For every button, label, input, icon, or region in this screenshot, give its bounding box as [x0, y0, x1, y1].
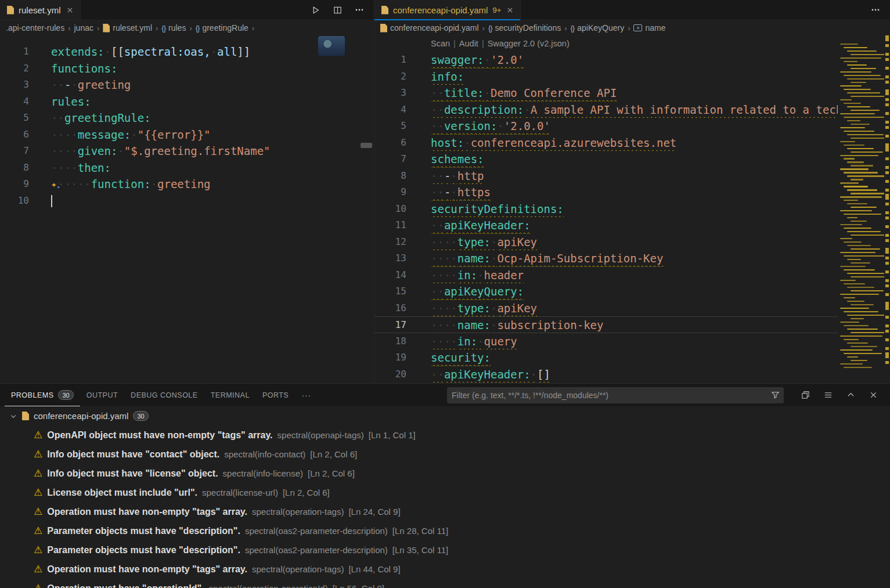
problem-location: [Ln 2, Col 6]: [310, 449, 357, 459]
breadcrumb-item[interactable]: {}rules: [161, 23, 186, 33]
code-line-10[interactable]: 10: [0, 193, 374, 210]
panel-tab-ports[interactable]: PORTS: [256, 384, 295, 406]
tab-conferenceapi-opid-yaml[interactable]: conferenceapi-opid.yaml 9+: [374, 0, 521, 20]
problem-row[interactable]: ⚠Operation must have non-empty "tags" ar…: [0, 560, 890, 579]
code-line-6[interactable]: 6host:·conferenceapi.azurewebsites.net: [374, 135, 838, 151]
breadcrumb-item[interactable]: junac: [74, 23, 93, 33]
run-button[interactable]: [309, 3, 322, 16]
problems-filter[interactable]: [447, 387, 784, 403]
problem-message: Operation must have non-empty "tags" arr…: [47, 564, 247, 575]
codelens-link[interactable]: Audit: [459, 39, 478, 48]
problem-row[interactable]: ⚠Operation must have "operationId".spect…: [0, 579, 890, 588]
code-text: ····message:·"{{error}}": [29, 127, 374, 143]
code-line-11[interactable]: 11··apiKeyHeader:: [374, 217, 838, 234]
open-in-editor-icon[interactable]: [799, 389, 812, 402]
line-number: 8: [374, 168, 406, 185]
view-as-table-icon[interactable]: [821, 389, 834, 402]
problem-row[interactable]: ⚠Info object must have "contact" object.…: [0, 445, 890, 464]
code-line-16[interactable]: 16····type:·apiKey: [374, 300, 838, 317]
close-tab-icon[interactable]: [507, 7, 513, 13]
code-line-5[interactable]: 5··greetingRule:: [0, 110, 374, 127]
code-line-13[interactable]: 13····name:·Ocp-Apim-Subscription-Key: [374, 250, 838, 267]
problem-row[interactable]: ⚠Parameter objects must have "descriptio…: [0, 540, 890, 560]
problem-message: OpenAPI object must have non-empty "tags…: [47, 430, 272, 441]
code-line-10[interactable]: 10securityDefinitions:: [374, 201, 838, 218]
code-line-9[interactable]: 9······function:·greeting✦✦: [0, 176, 374, 193]
code-line-12[interactable]: 12····type:·apiKey: [374, 234, 838, 251]
problem-row[interactable]: ⚠License object must include "url".spect…: [0, 483, 890, 502]
code-editor-conferenceapi[interactable]: Scan|Audit|Swagger 2.0 (v2.json) 1swagge…: [374, 35, 838, 383]
problem-message: Info object must have "contact" object.: [47, 449, 219, 460]
code-editor-ruleset[interactable]: 1extends:·[[spectral:oas,·all]]2function…: [0, 35, 374, 383]
tab-label: conferenceapi-opid.yaml: [393, 5, 488, 15]
breadcrumb-left: .api-center-rules›junac›ruleset.yml›{}ru…: [0, 20, 374, 35]
problems-file-group[interactable]: conferenceapi-opid.yaml 30: [0, 406, 890, 425]
code-line-8[interactable]: 8··-·http: [374, 168, 838, 185]
maximize-panel-icon[interactable]: [844, 389, 857, 402]
more-actions-icon[interactable]: [869, 3, 882, 16]
problem-location: [Ln 56, Col 9]: [333, 583, 384, 588]
problem-message: Parameter objects must have "description…: [47, 526, 240, 536]
codelens-link[interactable]: Scan: [431, 39, 450, 48]
code-text: ··version:·'2.0.0': [406, 118, 838, 135]
scrollbar-thumb[interactable]: [361, 143, 372, 148]
close-panel-icon[interactable]: [867, 389, 880, 402]
code-text: functions:: [29, 60, 374, 77]
code-line-2[interactable]: 2info:: [374, 68, 838, 85]
code-line-4[interactable]: 4rules:: [0, 93, 374, 110]
code-line-3[interactable]: 3··title:·Demo Conference API: [374, 85, 838, 102]
code-line-18[interactable]: 18····in:·query: [374, 333, 838, 350]
warning-icon: ⚠: [34, 449, 42, 459]
line-number: 11: [374, 217, 406, 234]
code-line-5[interactable]: 5··version:·'2.0.0': [374, 118, 838, 135]
breadcrumb-item[interactable]: {}greetingRule: [196, 23, 248, 33]
minimap[interactable]: [838, 35, 884, 383]
code-line-8[interactable]: 8····then:: [0, 160, 374, 176]
code-line-7[interactable]: 7····given:·"$.greeting.firstName": [0, 143, 374, 160]
code-action-sparkle-icon[interactable]: ✦✦: [51, 177, 57, 192]
code-line-4[interactable]: 4··description:·A sample API with inform…: [374, 102, 838, 118]
breadcrumb-item[interactable]: {}apiKeyQuery: [571, 23, 625, 33]
line-number: 15: [374, 283, 406, 300]
breadcrumb-item[interactable]: conferenceapi-opid.yaml: [380, 23, 479, 33]
problem-location: [Ln 24, Col 9]: [348, 507, 400, 517]
panel-tab-output[interactable]: OUTPUT: [80, 384, 124, 406]
panel-tab-terminal[interactable]: TERMINAL: [204, 384, 256, 406]
filter-input[interactable]: [452, 391, 769, 400]
breadcrumb-item[interactable]: ruleset.yml: [103, 23, 152, 33]
panel-tab-problems[interactable]: PROBLEMS30: [5, 384, 80, 406]
panel-more-button[interactable]: ···: [295, 384, 318, 406]
codelens-separator: |: [482, 39, 484, 48]
code-line-7[interactable]: 7schemes:: [374, 151, 838, 168]
code-line-17[interactable]: 17····name:·subscription-key: [374, 316, 838, 333]
breadcrumb-item[interactable]: {}securityDefinitions: [488, 23, 561, 33]
code-line-9[interactable]: 9··-·https: [374, 184, 838, 201]
warning-icon: ⚠: [34, 526, 42, 536]
code-line-2[interactable]: 2functions:: [0, 60, 374, 77]
panel-tab-debug-console[interactable]: DEBUG CONSOLE: [124, 384, 204, 406]
problem-row[interactable]: ⚠OpenAPI object must have non-empty "tag…: [0, 425, 890, 445]
code-line-14[interactable]: 14····in:·header: [374, 267, 838, 284]
filter-funnel-icon[interactable]: [769, 389, 781, 402]
code-line-19[interactable]: 19security:: [374, 349, 838, 366]
code-line-1[interactable]: 1swagger:·'2.0': [374, 52, 838, 68]
close-tab-icon[interactable]: [67, 7, 73, 13]
editor-watermark-image: [318, 36, 345, 56]
codelens-link[interactable]: Swagger 2.0 (v2.json): [488, 39, 570, 48]
breadcrumb-item[interactable]: aname: [633, 23, 665, 33]
code-line-20[interactable]: 20··apiKeyHeader:·[]: [374, 366, 838, 383]
problem-row[interactable]: ⚠Operation must have non-empty "tags" ar…: [0, 502, 890, 521]
breadcrumb-separator: ›: [156, 24, 158, 33]
code-line-15[interactable]: 15··apiKeyQuery:: [374, 283, 838, 300]
code-text: ··apiKeyHeader:: [406, 217, 838, 234]
tab-ruleset-yml[interactable]: ruleset.yml: [0, 0, 81, 20]
breadcrumb-item[interactable]: .api-center-rules: [6, 23, 64, 33]
problem-row[interactable]: ⚠Info object must have "license" object.…: [0, 464, 890, 483]
editor-actions-left: [301, 0, 374, 20]
split-editor-button[interactable]: [331, 3, 344, 16]
problem-row[interactable]: ⚠Parameter objects must have "descriptio…: [0, 521, 890, 540]
code-line-6[interactable]: 6····message:·"{{error}}": [0, 127, 374, 143]
more-actions-icon[interactable]: [353, 3, 366, 16]
code-text: schemes:: [406, 151, 838, 168]
code-line-3[interactable]: 3··-·greeting: [0, 77, 374, 93]
